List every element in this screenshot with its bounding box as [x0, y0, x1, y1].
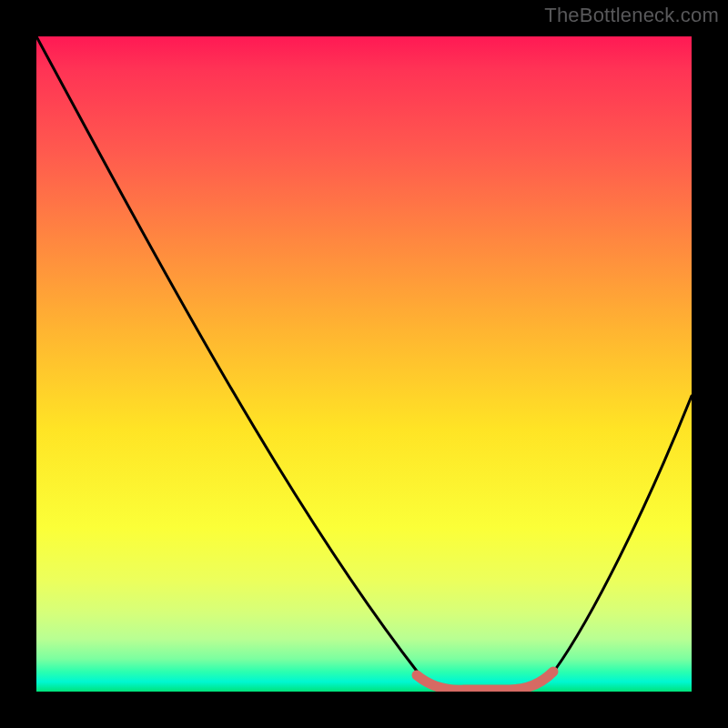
- watermark-text: TheBottleneck.com: [544, 4, 719, 27]
- plot-border: [0, 0, 728, 728]
